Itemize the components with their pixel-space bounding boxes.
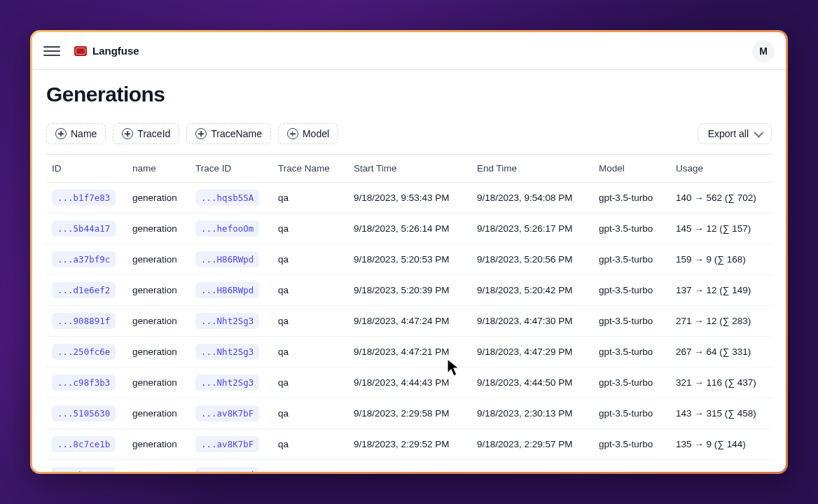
cell-start: 9/18/2023, 2:29:52 PM bbox=[348, 429, 471, 460]
trace-id-pill[interactable]: ...hqsb5SA bbox=[195, 190, 259, 206]
col-model[interactable]: Model bbox=[593, 155, 670, 183]
trace-id-pill[interactable]: ...av8K7bF bbox=[195, 436, 259, 452]
id-pill[interactable]: ...b1f7e83 bbox=[52, 190, 116, 206]
table-row[interactable]: ...d1e6ef2generation...H86RWpdqa9/18/202… bbox=[46, 275, 772, 306]
page-title: Generations bbox=[46, 83, 772, 106]
filter-label: TraceId bbox=[137, 128, 170, 139]
col-end[interactable]: End Time bbox=[471, 155, 593, 183]
chevron-down-icon bbox=[754, 128, 763, 138]
cell-trace-name: qa bbox=[272, 398, 348, 429]
col-trace-name[interactable]: Trace Name bbox=[272, 155, 348, 183]
plus-icon bbox=[55, 128, 67, 139]
cell-usage: 267 → 64 (∑ 331) bbox=[670, 337, 772, 368]
cell-end: 9/18/2023, 2:29:57 PM bbox=[471, 429, 593, 460]
table-row[interactable]: ...0b10342generation...RY7UUpdqa9/18/202… bbox=[46, 460, 772, 472]
filter-chip-name[interactable]: Name bbox=[46, 123, 106, 144]
trace-id-pill[interactable]: ...RY7UUpd bbox=[195, 467, 259, 472]
cell-end: 9/18/2023, 5:20:42 PM bbox=[471, 275, 593, 306]
cell-model: gpt-3.5-turbo bbox=[593, 337, 670, 368]
filter-chip-model[interactable]: Model bbox=[278, 123, 338, 144]
export-button[interactable]: Export all bbox=[698, 123, 772, 144]
trace-id-pill[interactable]: ...Nht2Sg3 bbox=[195, 344, 259, 360]
cell-usage: 143 → 315 (∑ 458) bbox=[670, 398, 772, 429]
table-row[interactable]: ...b1f7e83generation...hqsb5SAqa9/18/202… bbox=[46, 183, 772, 214]
cell-model: gpt-3.5-turbo bbox=[593, 460, 670, 472]
filter-chip-traceid[interactable]: TraceId bbox=[113, 123, 179, 144]
filter-label: Model bbox=[303, 128, 329, 139]
trace-id-pill[interactable]: ...Nht2Sg3 bbox=[195, 313, 259, 329]
cell-model: gpt-3.5-turbo bbox=[593, 275, 670, 306]
cell-start: 9/18/2023, 9:53:43 PM bbox=[348, 183, 471, 214]
filter-chip-tracename[interactable]: TraceName bbox=[186, 123, 271, 144]
table-row[interactable]: ...c98f3b3generation...Nht2Sg3qa9/18/202… bbox=[46, 368, 772, 398]
brand[interactable]: Langfuse bbox=[74, 45, 139, 57]
table-row[interactable]: ...5b44a17generation...hefooOmqa9/18/202… bbox=[46, 214, 772, 244]
col-usage[interactable]: Usage bbox=[670, 155, 772, 183]
cell-end: 9/18/2023, 4:47:29 PM bbox=[471, 337, 593, 368]
id-pill[interactable]: ...5b44a17 bbox=[52, 220, 116, 237]
trace-id-pill[interactable]: ...H86RWpd bbox=[195, 282, 259, 298]
col-name[interactable]: name bbox=[127, 155, 190, 183]
app-window-inner: Langfuse M Generations Name TraceId Tr bbox=[32, 32, 786, 472]
cell-trace-name: qa bbox=[272, 460, 348, 472]
plus-icon bbox=[287, 128, 298, 139]
cell-name: generation bbox=[127, 244, 190, 275]
cell-name: generation bbox=[127, 398, 190, 429]
cell-end: 9/18/2023, 4:44:50 PM bbox=[471, 368, 593, 398]
cell-name: generation bbox=[127, 337, 190, 368]
col-start[interactable]: Start Time bbox=[348, 155, 471, 183]
table-row[interactable]: ...908891fgeneration...Nht2Sg3qa9/18/202… bbox=[46, 306, 772, 337]
trace-id-pill[interactable]: ...hefooOm bbox=[195, 220, 259, 237]
avatar-initial: M bbox=[759, 46, 768, 57]
cell-name: generation bbox=[127, 214, 190, 244]
cell-end: 9/18/2023, 11:26:11 AM bbox=[471, 460, 593, 472]
cell-end: 9/18/2023, 4:47:30 PM bbox=[471, 306, 593, 337]
cell-model: gpt-3.5-turbo bbox=[593, 429, 670, 460]
id-pill[interactable]: ...5105630 bbox=[52, 405, 116, 421]
table-row[interactable]: ...5105630generation...av8K7bFqa9/18/202… bbox=[46, 398, 772, 429]
cell-trace-name: qa bbox=[272, 306, 348, 337]
filter-label: Name bbox=[71, 128, 97, 139]
topbar: Langfuse M bbox=[32, 32, 786, 70]
cell-end: 9/18/2023, 5:26:17 PM bbox=[471, 214, 593, 244]
cell-name: generation bbox=[127, 368, 190, 398]
cell-start: 9/18/2023, 2:29:58 PM bbox=[348, 398, 471, 429]
cell-name: generation bbox=[127, 306, 190, 337]
id-pill[interactable]: ...908891f bbox=[52, 313, 116, 329]
trace-id-pill[interactable]: ...av8K7bF bbox=[195, 405, 259, 421]
cell-trace-name: qa bbox=[272, 183, 348, 214]
id-pill[interactable]: ...d1e6ef2 bbox=[52, 282, 116, 298]
cell-model: gpt-3.5-turbo bbox=[593, 214, 670, 244]
cell-usage: 140 → 562 (∑ 702) bbox=[670, 183, 772, 214]
id-pill[interactable]: ...8c7ce1b bbox=[52, 436, 116, 452]
cell-name: generation bbox=[127, 460, 190, 472]
table-row[interactable]: ...8c7ce1bgeneration...av8K7bFqa9/18/202… bbox=[46, 429, 772, 460]
export-label: Export all bbox=[708, 128, 749, 139]
cell-end: 9/18/2023, 2:30:13 PM bbox=[471, 398, 593, 429]
filter-label: TraceName bbox=[211, 128, 262, 139]
cell-start: 9/18/2023, 5:20:53 PM bbox=[348, 244, 471, 275]
id-pill[interactable]: ...c98f3b3 bbox=[52, 374, 116, 391]
menu-button[interactable] bbox=[43, 43, 60, 59]
id-pill[interactable]: ...250fc6e bbox=[52, 344, 116, 360]
cell-trace-name: qa bbox=[272, 368, 348, 398]
trace-id-pill[interactable]: ...H86RWpd bbox=[195, 251, 259, 267]
cell-model: gpt-3.5-turbo bbox=[593, 398, 670, 429]
trace-id-pill[interactable]: ...Nht2Sg3 bbox=[195, 374, 259, 391]
id-pill[interactable]: ...a37bf9c bbox=[52, 251, 116, 267]
generations-table: ID name Trace ID Trace Name Start Time E… bbox=[46, 154, 772, 472]
cell-usage: 137 → 12 (∑ 149) bbox=[670, 275, 772, 306]
col-id[interactable]: ID bbox=[46, 155, 127, 183]
cell-name: generation bbox=[127, 275, 190, 306]
avatar[interactable]: M bbox=[752, 40, 775, 62]
cell-trace-name: qa bbox=[272, 214, 348, 244]
table-row[interactable]: ...a37bf9cgeneration...H86RWpdqa9/18/202… bbox=[46, 244, 772, 275]
cell-start: 9/18/2023, 11:26:05 AM bbox=[348, 460, 471, 472]
cell-name: generation bbox=[127, 429, 190, 460]
table-row[interactable]: ...250fc6egeneration...Nht2Sg3qa9/18/202… bbox=[46, 337, 772, 368]
cell-model: gpt-3.5-turbo bbox=[593, 306, 670, 337]
id-pill[interactable]: ...0b10342 bbox=[52, 467, 116, 472]
cell-usage: 187 → 46 (∑ 233) bbox=[670, 460, 772, 472]
cell-model: gpt-3.5-turbo bbox=[593, 368, 670, 398]
col-trace-id[interactable]: Trace ID bbox=[190, 155, 272, 183]
